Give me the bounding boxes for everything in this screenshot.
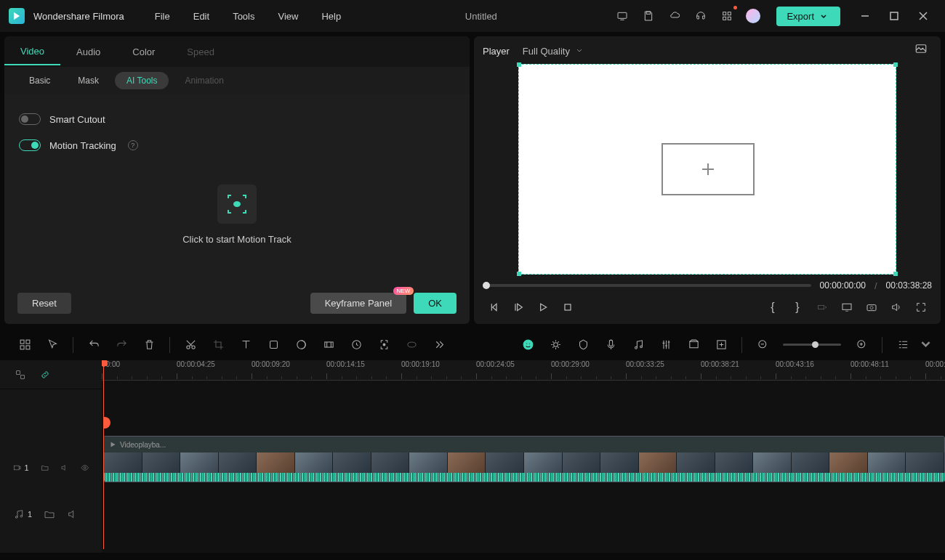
avatar[interactable] [741,4,765,28]
preview-scrubber[interactable] [483,284,811,287]
svg-point-26 [523,340,533,349]
motion-track-start[interactable]: Click to start Motion Track [19,158,455,271]
subtab-ai-tools[interactable]: AI Tools [115,72,169,89]
crop-icon[interactable] [206,333,230,357]
marker-icon[interactable] [571,333,595,357]
timeline-ruler[interactable]: 00:0000:00:04:2500:00:09:2000:00:14:1500… [102,360,945,381]
cursor-icon[interactable] [41,333,64,357]
preview-canvas[interactable] [518,64,896,275]
effects-icon[interactable] [317,333,340,357]
player-tab[interactable]: Player [483,46,510,57]
device-icon[interactable] [611,4,634,28]
svg-rect-14 [20,340,24,344]
play-forward-button[interactable] [507,296,529,318]
minimize-button[interactable] [852,3,878,29]
camera-icon[interactable] [861,296,882,318]
folder-icon[interactable] [41,462,49,474]
redo-icon[interactable] [110,333,133,357]
svg-rect-0 [618,12,627,18]
delete-icon[interactable] [137,333,161,357]
stop-button[interactable] [557,296,579,318]
fullscreen-icon[interactable] [910,296,932,318]
apps-icon[interactable] [715,4,739,28]
undo-icon[interactable] [82,333,105,357]
audio-track-header: 1 [0,494,102,535]
prev-frame-button[interactable] [483,296,504,318]
link-icon[interactable] [38,368,52,382]
motion-tracking-toggle[interactable] [19,139,41,151]
ok-button[interactable]: OK [414,293,457,314]
video-clip[interactable]: Videoplayba... [103,436,945,482]
more-icon[interactable] [427,333,451,357]
tab-color[interactable]: Color [116,39,171,65]
mask-icon[interactable] [400,333,423,357]
new-badge: NEW [393,287,414,295]
snap-icon[interactable] [13,368,28,382]
export-button[interactable]: Export [776,7,840,26]
zoom-slider[interactable] [783,344,841,346]
tab-video[interactable]: Video [4,38,60,65]
svg-point-24 [383,344,385,346]
motion-track-hint: Click to start Motion Track [182,234,291,245]
reset-button[interactable]: Reset [17,293,71,314]
cut-icon[interactable] [179,333,202,357]
display-icon[interactable] [836,296,858,318]
add-track-icon[interactable] [709,333,733,357]
ai-face-icon[interactable] [516,333,539,357]
mute-icon[interactable] [60,462,68,474]
clip-settings-icon[interactable] [811,296,833,318]
frame-icon[interactable] [262,333,285,357]
volume-icon[interactable] [885,296,907,318]
subtab-animation: Animation [173,72,235,89]
mark-out-button[interactable]: } [787,296,808,318]
smart-cutout-toggle[interactable] [19,113,41,125]
svg-rect-1 [647,12,651,14]
menu-view[interactable]: View [268,7,308,26]
maximize-button[interactable] [881,3,907,29]
subtab-basic[interactable]: Basic [17,72,62,89]
support-icon[interactable] [689,4,712,28]
time-total: 00:03:38:28 [886,280,932,291]
layout-icon[interactable] [13,333,36,357]
folder-icon[interactable] [44,508,55,520]
color-icon[interactable] [289,333,313,357]
quality-select[interactable]: Full Quality [523,46,583,57]
menu-file[interactable]: File [145,7,180,26]
mixer-icon[interactable] [654,333,677,357]
svg-rect-38 [21,375,25,378]
help-icon[interactable]: ? [128,140,138,150]
speed-icon[interactable] [345,333,368,357]
keyframe-icon[interactable] [372,333,395,357]
visibility-icon[interactable] [81,462,89,474]
svg-point-41 [15,516,17,519]
view-options-icon[interactable] [919,333,932,357]
svg-point-25 [407,342,415,347]
list-view-icon[interactable] [891,333,914,357]
playhead[interactable] [103,360,104,549]
cloud-icon[interactable] [663,4,686,28]
close-button[interactable] [910,3,936,29]
mic-icon[interactable] [599,333,622,357]
menu-help[interactable]: Help [311,7,351,26]
tracking-box[interactable] [662,143,755,195]
subtab-mask[interactable]: Mask [66,72,110,89]
mute-icon[interactable] [67,508,79,520]
smart-cutout-row: Smart Cutout [19,106,455,132]
menu-edit[interactable]: Edit [183,7,220,26]
save-icon[interactable] [637,4,660,28]
zoom-out-icon[interactable] [751,333,774,357]
tab-audio[interactable]: Audio [60,39,116,65]
snapshot-icon[interactable] [914,42,932,60]
preview-canvas-area[interactable] [483,64,932,275]
svg-rect-37 [17,370,20,374]
zoom-in-icon[interactable] [850,333,873,357]
adjust-icon[interactable] [544,333,567,357]
text-icon[interactable] [234,333,257,357]
render-icon[interactable] [682,333,705,357]
mark-in-button[interactable]: { [762,296,784,318]
music-icon[interactable] [627,333,650,357]
keyframe-panel-button[interactable]: Keyframe PanelNEW [310,293,407,314]
timeline-tracks-area[interactable]: 00:0000:00:04:2500:00:09:2000:00:14:1500… [102,360,945,553]
play-button[interactable] [532,296,554,318]
menu-tools[interactable]: Tools [222,7,265,26]
